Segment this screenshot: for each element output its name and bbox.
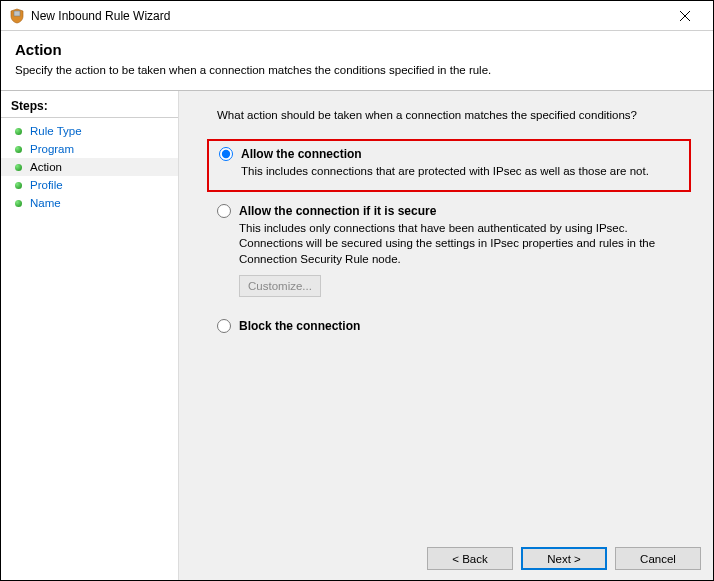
steps-panel: Steps: Rule Type Program Action Profile … bbox=[1, 91, 179, 581]
titlebar: New Inbound Rule Wizard bbox=[1, 1, 713, 31]
step-profile[interactable]: Profile bbox=[1, 176, 178, 194]
radio-allow-secure-label[interactable]: Allow the connection if it is secure bbox=[239, 204, 436, 218]
radio-allow-desc: This includes connections that are prote… bbox=[241, 164, 679, 180]
step-label: Action bbox=[30, 161, 62, 173]
bullet-icon bbox=[15, 182, 22, 189]
bullet-icon bbox=[15, 128, 22, 135]
radio-allow-secure-desc: This includes only connections that have… bbox=[239, 221, 681, 268]
bullet-icon bbox=[15, 200, 22, 207]
bullet-icon bbox=[15, 146, 22, 153]
step-rule-type[interactable]: Rule Type bbox=[1, 122, 178, 140]
back-button[interactable]: < Back bbox=[427, 547, 513, 570]
close-button[interactable] bbox=[665, 2, 705, 30]
bullet-icon bbox=[15, 164, 22, 171]
option-block: Block the connection bbox=[207, 313, 691, 343]
wizard-header: Action Specify the action to be taken wh… bbox=[1, 31, 713, 91]
next-button[interactable]: Next > bbox=[521, 547, 607, 570]
option-allow: Allow the connection This includes conne… bbox=[207, 139, 691, 192]
step-label: Name bbox=[30, 197, 61, 209]
action-radio-group: Allow the connection This includes conne… bbox=[207, 139, 691, 343]
svg-rect-0 bbox=[14, 11, 20, 16]
step-label: Rule Type bbox=[30, 125, 82, 137]
radio-allow-label[interactable]: Allow the connection bbox=[241, 147, 362, 161]
wizard-footer: < Back Next > Cancel bbox=[427, 547, 701, 570]
step-label: Profile bbox=[30, 179, 63, 191]
step-program[interactable]: Program bbox=[1, 140, 178, 158]
step-name[interactable]: Name bbox=[1, 194, 178, 212]
option-allow-secure: Allow the connection if it is secure Thi… bbox=[207, 198, 691, 308]
steps-header: Steps: bbox=[1, 97, 178, 118]
action-question: What action should be taken when a conne… bbox=[217, 109, 691, 121]
cancel-button[interactable]: Cancel bbox=[615, 547, 701, 570]
radio-block-label[interactable]: Block the connection bbox=[239, 319, 360, 333]
step-label: Program bbox=[30, 143, 74, 155]
radio-allow[interactable] bbox=[219, 147, 233, 161]
customize-button: Customize... bbox=[239, 275, 321, 297]
app-icon bbox=[9, 8, 25, 24]
page-title: Action bbox=[15, 41, 699, 58]
radio-block[interactable] bbox=[217, 319, 231, 333]
content-panel: What action should be taken when a conne… bbox=[179, 91, 713, 581]
window-title: New Inbound Rule Wizard bbox=[31, 9, 665, 23]
radio-allow-secure[interactable] bbox=[217, 204, 231, 218]
page-subtitle: Specify the action to be taken when a co… bbox=[15, 64, 699, 76]
wizard-body: Steps: Rule Type Program Action Profile … bbox=[1, 91, 713, 581]
step-action[interactable]: Action bbox=[1, 158, 178, 176]
